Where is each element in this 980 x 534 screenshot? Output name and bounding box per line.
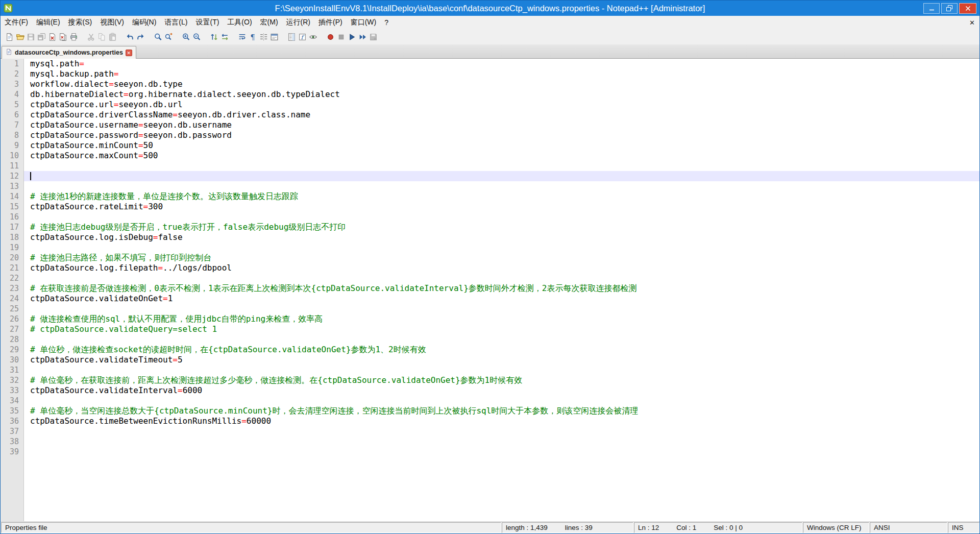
property-value-token: 1: [168, 294, 173, 303]
property-key-token: ctpDataSource.validateTimeout: [30, 355, 173, 365]
toolbar-group: ¶: [235, 32, 282, 42]
find-icon[interactable]: [153, 32, 163, 42]
close-document-icon[interactable]: ✕: [969, 19, 975, 27]
zoom-in-icon[interactable]: [181, 32, 191, 42]
toolbar-group: [122, 32, 148, 42]
menu-item-encoding[interactable]: 编码(N): [128, 16, 160, 29]
assignment-token: =: [173, 355, 178, 365]
editor-line-14[interactable]: # 连接池1秒的新建连接数量，单位是连接个数。达到该数量触发日志跟踪: [24, 191, 979, 202]
tab-datasourcectp-windows-properties[interactable]: datasourceCtp_windows.properties ✕: [2, 46, 136, 59]
print-icon[interactable]: [68, 32, 79, 42]
menu-item-settings[interactable]: 设置(T): [191, 16, 223, 29]
menu-item-file[interactable]: 文件(F): [1, 16, 32, 29]
user-define-dialog-icon[interactable]: [269, 32, 280, 42]
restore-button[interactable]: [941, 3, 958, 14]
editor-line-37[interactable]: [24, 426, 979, 436]
line-number: 25: [1, 304, 23, 314]
editor-line-4[interactable]: db.hibernateDialect=org.hibernate.dialec…: [24, 89, 979, 100]
editor-line-2[interactable]: mysql.backup.path=: [24, 69, 979, 79]
editor-line-11[interactable]: [24, 161, 979, 171]
close-button[interactable]: [959, 3, 976, 14]
editor-line-27[interactable]: # ctpDataSource.validateQuery=select 1: [24, 324, 979, 334]
menu-item-edit[interactable]: 编辑(E): [32, 16, 64, 29]
new-file-icon[interactable]: [4, 32, 15, 42]
editor-line-32[interactable]: # 单位毫秒，在获取连接前，距离上次检测连接超过多少毫秒，做连接检测。在{ctp…: [24, 375, 979, 385]
editor[interactable]: 1234567891011121314151617181920212223242…: [1, 59, 979, 521]
editor-line-28[interactable]: [24, 334, 979, 345]
editor-line-6[interactable]: ctpDataSource.driverClassName=seeyon.db.…: [24, 110, 979, 120]
editor-line-31[interactable]: [24, 365, 979, 375]
editor-line-34[interactable]: [24, 396, 979, 406]
editor-line-25[interactable]: [24, 304, 979, 314]
property-key-token: ctpDataSource.maxCount: [30, 151, 138, 160]
sync-horizontal-icon[interactable]: [219, 32, 230, 42]
editor-line-26[interactable]: # 做连接检查使用的sql，默认不用配置，使用jdbc自带的ping来检查，效率…: [24, 314, 979, 324]
editor-line-36[interactable]: ctpDataSource.timeBetweenEvictionRunsMil…: [24, 416, 979, 426]
redo-icon[interactable]: [135, 32, 146, 42]
window-controls: [923, 3, 979, 14]
editor-line-10[interactable]: ctpDataSource.maxCount=500: [24, 151, 979, 161]
editor-line-15[interactable]: ctpDataSource.rateLimit=300: [24, 202, 979, 212]
status-encoding[interactable]: ANSI: [870, 522, 947, 533]
status-insert-mode[interactable]: INS: [948, 522, 979, 533]
editor-line-38[interactable]: [24, 436, 979, 447]
undo-icon[interactable]: [125, 32, 135, 42]
editor-line-33[interactable]: ctpDataSource.validateInterval=6000: [24, 385, 979, 396]
editor-line-24[interactable]: ctpDataSource.validateOnGet=1: [24, 294, 979, 304]
close-file-icon[interactable]: [47, 32, 58, 42]
menu-item-window[interactable]: 窗口(W): [347, 16, 381, 29]
status-eol-format[interactable]: Windows (CR LF): [803, 522, 869, 533]
text-area[interactable]: mysql.path=mysql.backup.path=workflow.di…: [24, 59, 979, 521]
window-title: F:\SeeyonInstallEnvV8.1\InstallDeploy\ia…: [275, 4, 705, 13]
menu-item-language[interactable]: 语言(L): [160, 16, 191, 29]
editor-line-35[interactable]: # 单位毫秒，当空闲连接总数大于{ctpDataSource.minCount}…: [24, 406, 979, 416]
replace-icon[interactable]: [163, 32, 174, 42]
function-list-icon[interactable]: f: [297, 32, 308, 42]
menu-item-view[interactable]: 视图(V): [96, 16, 128, 29]
menu-item-macro[interactable]: 宏(M): [256, 16, 282, 29]
editor-line-7[interactable]: ctpDataSource.username=seeyon.db.usernam…: [24, 120, 979, 130]
close-all-icon[interactable]: [58, 32, 68, 42]
record-macro-icon[interactable]: [325, 32, 336, 42]
editor-line-17[interactable]: # 连接池日志debug级别是否开启，true表示打开，false表示debug…: [24, 222, 979, 232]
menu-item-run[interactable]: 运行(R): [282, 16, 314, 29]
property-value-token: org.hibernate.dialect.seeyon.db.typeDial…: [129, 89, 340, 99]
editor-line-5[interactable]: ctpDataSource.url=seeyon.db.url: [24, 100, 979, 110]
editor-line-19[interactable]: [24, 242, 979, 253]
editor-line-29[interactable]: # 单位秒，做连接检查socket的读超时时间，在{ctpDataSource.…: [24, 345, 979, 355]
run-macro-multiple-icon[interactable]: [357, 32, 368, 42]
editor-line-23[interactable]: # 在获取连接前是否做连接检测，0表示不检测，1表示在距离上次检测到本次{ctp…: [24, 283, 979, 294]
toolbar-group: [84, 32, 120, 42]
show-all-chars-icon[interactable]: ¶: [248, 32, 258, 42]
property-value-token: false: [158, 232, 182, 242]
indent-guide-icon[interactable]: [258, 32, 269, 42]
editor-line-22[interactable]: [24, 273, 979, 283]
editor-line-13[interactable]: [24, 181, 979, 191]
editor-line-12[interactable]: [24, 171, 979, 181]
editor-line-3[interactable]: workflow.dialect=seeyon.db.type: [24, 79, 979, 89]
editor-line-30[interactable]: ctpDataSource.validateTimeout=5: [24, 355, 979, 365]
zoom-out-icon[interactable]: [191, 32, 202, 42]
property-value-token: 5: [178, 355, 183, 365]
minimize-button[interactable]: [923, 3, 940, 14]
word-wrap-icon[interactable]: [237, 32, 248, 42]
editor-line-16[interactable]: [24, 212, 979, 222]
monitoring-icon[interactable]: [308, 32, 318, 42]
menu-item-search[interactable]: 搜索(S): [64, 16, 96, 29]
open-folder-icon[interactable]: [15, 32, 26, 42]
menu-item-plugins[interactable]: 插件(P): [314, 16, 347, 29]
line-number: 6: [1, 110, 23, 120]
editor-line-39[interactable]: [24, 447, 979, 457]
editor-line-9[interactable]: ctpDataSource.minCount=50: [24, 140, 979, 151]
menu-item-tools[interactable]: 工具(O): [223, 16, 256, 29]
editor-line-20[interactable]: # 连接池日志路径，如果不填写，则打印到控制台: [24, 253, 979, 263]
tab-close-icon[interactable]: ✕: [126, 50, 132, 56]
editor-line-18[interactable]: ctpDataSource.log.isDebug=false: [24, 232, 979, 242]
playback-macro-icon[interactable]: [347, 32, 357, 42]
menu-item-help[interactable]: ?: [380, 16, 393, 29]
editor-line-21[interactable]: ctpDataSource.log.filepath=../logs/dbpoo…: [24, 263, 979, 273]
doc-map-icon[interactable]: [286, 32, 297, 42]
sync-vertical-icon[interactable]: [209, 32, 219, 42]
editor-line-1[interactable]: mysql.path=: [24, 59, 979, 69]
editor-line-8[interactable]: ctpDataSource.password=seeyon.db.passwor…: [24, 130, 979, 140]
